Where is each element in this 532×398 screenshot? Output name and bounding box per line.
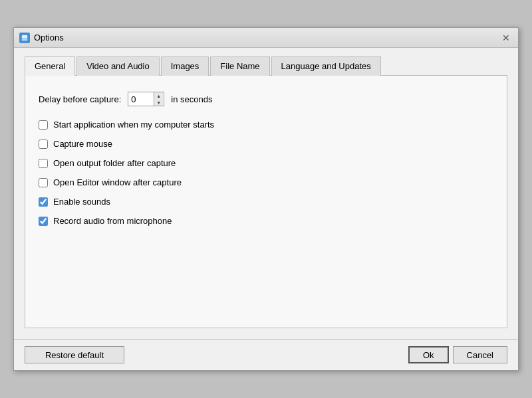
delay-input-wrapper: ▲ ▼ xyxy=(128,92,164,106)
options-window: Options ✕ General Video and Audio Images… xyxy=(13,27,519,371)
close-button[interactable]: ✕ xyxy=(499,31,513,45)
app-icon xyxy=(19,33,30,43)
title-bar: Options ✕ xyxy=(14,28,518,48)
seconds-label: in seconds xyxy=(171,94,212,104)
record-audio-checkbox[interactable] xyxy=(39,217,48,226)
start-app-label[interactable]: Start application when my computer start… xyxy=(53,120,214,130)
cancel-button[interactable]: Cancel xyxy=(453,346,507,363)
checkbox-record-audio: Record audio from microphone xyxy=(39,216,493,226)
tab-general[interactable]: General xyxy=(25,56,75,76)
enable-sounds-label[interactable]: Enable sounds xyxy=(53,197,110,207)
restore-default-button[interactable]: Restore default xyxy=(25,346,124,363)
open-editor-checkbox[interactable] xyxy=(39,178,48,187)
start-app-checkbox[interactable] xyxy=(39,120,48,130)
open-editor-label[interactable]: Open Editor window after capture xyxy=(53,177,182,187)
bottom-bar: Restore default Ok Cancel xyxy=(14,339,518,370)
tab-language-updates[interactable]: Language and Updates xyxy=(271,56,381,76)
checkbox-start-app: Start application when my computer start… xyxy=(39,120,493,130)
checkbox-capture-mouse: Capture mouse xyxy=(39,139,493,149)
checkbox-open-output: Open output folder after capture xyxy=(39,158,493,168)
spin-down-button[interactable]: ▼ xyxy=(154,99,163,106)
tab-file-name[interactable]: File Name xyxy=(210,56,269,76)
delay-label: Delay before capture: xyxy=(39,94,121,104)
enable-sounds-checkbox[interactable] xyxy=(39,197,48,207)
record-audio-label[interactable]: Record audio from microphone xyxy=(53,216,172,226)
open-output-checkbox[interactable] xyxy=(39,159,48,168)
delay-input[interactable] xyxy=(128,92,154,106)
tab-panel-general: Delay before capture: ▲ ▼ in seconds Sta… xyxy=(25,76,507,328)
window-title: Options xyxy=(34,33,64,43)
capture-mouse-checkbox[interactable] xyxy=(39,140,48,149)
ok-button[interactable]: Ok xyxy=(408,346,449,363)
open-output-label[interactable]: Open output folder after capture xyxy=(53,158,176,168)
tab-video-audio[interactable]: Video and Audio xyxy=(76,56,159,76)
tab-images[interactable]: Images xyxy=(161,56,209,76)
window-content: General Video and Audio Images File Name… xyxy=(14,48,518,339)
checkbox-open-editor: Open Editor window after capture xyxy=(39,177,493,187)
checkbox-enable-sounds: Enable sounds xyxy=(39,197,493,207)
capture-mouse-label[interactable]: Capture mouse xyxy=(53,139,112,149)
delay-spinner: ▲ ▼ xyxy=(154,92,163,106)
svg-rect-2 xyxy=(22,39,27,41)
title-bar-left: Options xyxy=(19,33,64,43)
right-buttons: Ok Cancel xyxy=(408,346,507,363)
delay-row: Delay before capture: ▲ ▼ in seconds xyxy=(39,92,493,106)
spin-up-button[interactable]: ▲ xyxy=(154,92,163,99)
tab-bar: General Video and Audio Images File Name… xyxy=(25,56,507,76)
svg-rect-1 xyxy=(22,35,27,39)
